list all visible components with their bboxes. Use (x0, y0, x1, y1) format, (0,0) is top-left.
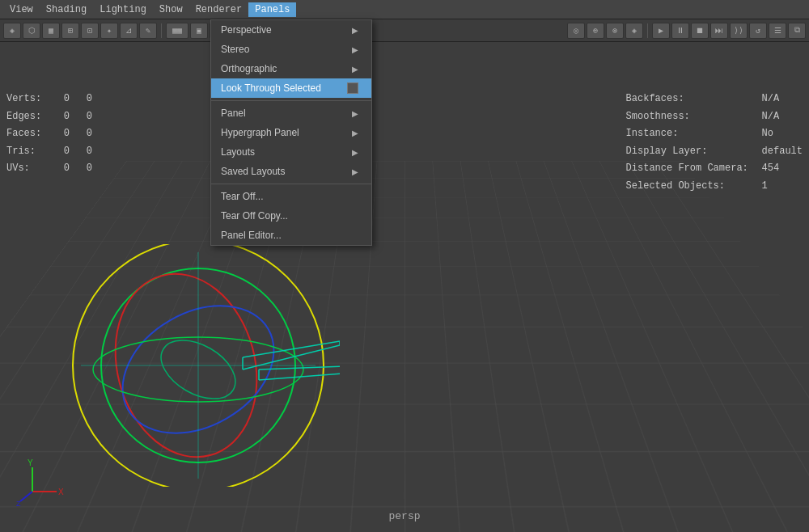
verts-row: Verts: 0 0 (6, 91, 92, 108)
toolbar-btn-r1[interactable]: ◎ (567, 23, 585, 39)
faces-val1: 0 (53, 125, 70, 143)
edges-label: Edges: (6, 108, 47, 126)
display-layer-val: default (762, 143, 803, 161)
faces-label: Faces: (6, 125, 47, 143)
backfaces-row: Backfaces: N/A (626, 91, 803, 108)
toolbar-btn-9[interactable]: ▦▦ (166, 23, 188, 39)
toolbar-btn-r9[interactable]: ⟩⟩ (730, 23, 748, 39)
menu-view[interactable]: View (3, 2, 40, 17)
smoothness-row: Smoothness: N/A (626, 108, 803, 126)
backfaces-label: Backfaces: (626, 91, 756, 108)
instance-val: No (762, 125, 773, 143)
selected-label: Selected Objects: (626, 178, 756, 196)
uvs-row: UVs: 0 0 (6, 160, 92, 178)
verts-label: Verts: (6, 91, 47, 108)
smoothness-val: N/A (762, 108, 780, 126)
svg-text:Z: Z (16, 500, 21, 508)
distance-row: Distance From Camera: 454 (626, 160, 803, 178)
toolbar-btn-2[interactable]: ⬡ (23, 23, 40, 39)
faces-row: Faces: 0 0 (6, 125, 92, 143)
toolbar-btn-r3[interactable]: ⊗ (606, 23, 624, 39)
toolbar-btn-r2[interactable]: ⊕ (587, 23, 604, 39)
instance-label: Instance: (626, 125, 756, 143)
tris-row: Tris: 0 0 (6, 143, 92, 161)
toolbar-btn-r4[interactable]: ◈ (625, 23, 643, 39)
toolbar-btn-8[interactable]: ✎ (139, 23, 157, 39)
svg-text:X: X (58, 488, 64, 496)
menu-item-stereo[interactable]: Stereo (211, 40, 371, 59)
verts-val1: 0 (53, 91, 70, 108)
menu-panels[interactable]: Panels (248, 2, 296, 17)
distance-val: 454 (762, 160, 780, 178)
info-panel: Backfaces: N/A Smoothness: N/A Instance:… (626, 91, 803, 196)
toolbar-btn-r12[interactable]: ⧉ (788, 23, 806, 39)
smoothness-label: Smoothness: (626, 108, 756, 126)
instance-row: Instance: No (626, 125, 803, 143)
menu-item-hypergraph[interactable]: Hypergraph Panel (211, 123, 371, 142)
display-layer-label: Display Layer: (626, 143, 756, 161)
toolbar-btn-r8[interactable]: ⏭ (710, 23, 728, 39)
toolbar-btn-6[interactable]: ✦ (100, 23, 118, 39)
svg-line-21 (20, 492, 32, 501)
faces-val2: 0 (76, 125, 92, 143)
toolbar-btn-10[interactable]: ▣ (190, 23, 208, 39)
uvs-label: UVs: (6, 160, 47, 178)
toolbar-btn-r6[interactable]: ⏸ (671, 23, 689, 39)
toolbar-btn-4[interactable]: ⊞ (61, 23, 79, 39)
menu-item-panel[interactable]: Panel (211, 103, 371, 123)
edges-row: Edges: 0 0 (6, 108, 92, 126)
viewport[interactable]: Verts: 0 0 Edges: 0 0 Faces: 0 0 Tris: 0… (0, 42, 809, 532)
dropdown-separator-1 (211, 100, 371, 101)
panels-dropdown-menu: Perspective Stereo Orthographic Look Thr… (210, 19, 372, 246)
verts-val2: 0 (76, 91, 92, 108)
tris-val1: 0 (53, 143, 70, 161)
selected-val: 1 (762, 178, 768, 196)
axis-indicator: X Y Z (16, 459, 65, 508)
toolbar-btn-3[interactable]: ▦ (42, 23, 60, 39)
svg-text:Y: Y (28, 459, 33, 467)
selected-row: Selected Objects: 1 (626, 178, 803, 196)
toolbar: ◈ ⬡ ▦ ⊞ ⊡ ✦ ⊿ ✎ ▦▦ ▣ ◫ ▩ ⊟ ◎ ⊕ ⊗ ◈ ▶ ⏸ ⏹… (0, 19, 809, 42)
toolbar-btn-r10[interactable]: ↺ (749, 23, 767, 39)
stats-panel: Verts: 0 0 Edges: 0 0 Faces: 0 0 Tris: 0… (6, 91, 92, 178)
menu-item-layouts[interactable]: Layouts (211, 142, 371, 162)
display-layer-row: Display Layer: default (626, 143, 803, 161)
menu-item-look-through[interactable]: Look Through Selected (211, 78, 371, 98)
tris-label: Tris: (6, 143, 47, 161)
menu-item-tear-off-copy[interactable]: Tear Off Copy... (211, 206, 371, 226)
menubar: View Shading Lighting Show Renderer Pane… (0, 0, 809, 19)
menu-show[interactable]: Show (153, 2, 189, 17)
menu-item-panel-editor[interactable]: Panel Editor... (211, 226, 371, 245)
backfaces-val: N/A (762, 91, 780, 108)
menu-lighting[interactable]: Lighting (93, 2, 153, 17)
tris-val2: 0 (76, 143, 92, 161)
toolbar-sep-3 (647, 23, 648, 38)
3d-object (65, 244, 340, 487)
toolbar-btn-r7[interactable]: ⏹ (691, 23, 709, 39)
edges-val1: 0 (53, 108, 70, 126)
toolbar-sep-1 (161, 23, 162, 38)
dropdown-separator-2 (211, 184, 371, 184)
menu-renderer[interactable]: Renderer (189, 2, 249, 17)
persp-label: persp (388, 510, 420, 522)
edges-val2: 0 (76, 108, 92, 126)
distance-label: Distance From Camera: (626, 160, 756, 178)
menu-shading[interactable]: Shading (40, 2, 93, 17)
menu-item-tear-off[interactable]: Tear Off... (211, 187, 371, 206)
toolbar-btn-5[interactable]: ⊡ (81, 23, 99, 39)
uvs-val2: 0 (76, 160, 92, 178)
uvs-val1: 0 (53, 160, 70, 178)
look-through-checkbox[interactable] (347, 82, 358, 94)
toolbar-btn-1[interactable]: ◈ (3, 23, 21, 39)
menu-item-perspective[interactable]: Perspective (211, 20, 371, 40)
toolbar-btn-r5[interactable]: ▶ (652, 23, 670, 39)
menu-item-orthographic[interactable]: Orthographic (211, 59, 371, 78)
toolbar-btn-7[interactable]: ⊿ (120, 23, 138, 39)
toolbar-btn-r11[interactable]: ☰ (769, 23, 786, 39)
menu-item-saved-layouts[interactable]: Saved Layouts (211, 162, 371, 181)
